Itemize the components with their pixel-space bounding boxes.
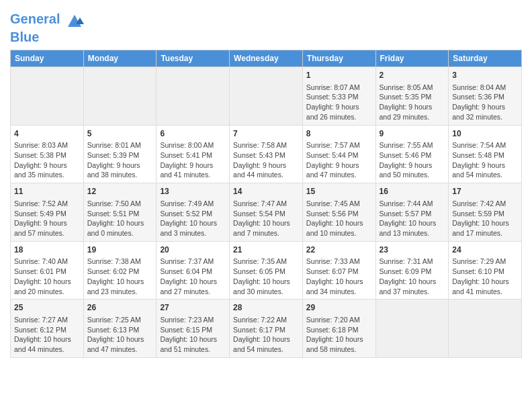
day-number: 26: [87, 302, 153, 314]
calendar-cell: 12Sunrise: 7:50 AM Sunset: 5:51 PM Dayli…: [83, 183, 157, 242]
day-info: Sunrise: 7:49 AM Sunset: 5:52 PM Dayligh…: [160, 199, 226, 238]
day-info: Sunrise: 7:54 AM Sunset: 5:48 PM Dayligh…: [452, 140, 518, 180]
day-info: Sunrise: 7:37 AM Sunset: 6:04 PM Dayligh…: [160, 257, 226, 296]
calendar-week-4: 18Sunrise: 7:40 AM Sunset: 6:01 PM Dayli…: [11, 241, 522, 300]
calendar-cell: [230, 67, 303, 126]
day-header-friday: Friday: [375, 50, 449, 67]
day-info: Sunrise: 8:01 AM Sunset: 5:39 PM Dayligh…: [87, 140, 153, 180]
calendar-cell: 21Sunrise: 7:35 AM Sunset: 6:05 PM Dayli…: [230, 241, 303, 300]
calendar-cell: 24Sunrise: 7:29 AM Sunset: 6:10 PM Dayli…: [449, 241, 522, 300]
calendar-week-2: 4Sunrise: 8:03 AM Sunset: 5:38 PM Daylig…: [11, 125, 522, 183]
calendar-cell: 1Sunrise: 8:07 AM Sunset: 5:33 PM Daylig…: [302, 67, 375, 126]
day-number: 14: [233, 186, 299, 197]
day-info: Sunrise: 7:38 AM Sunset: 6:02 PM Dayligh…: [87, 257, 153, 296]
day-number: 24: [452, 244, 518, 256]
day-info: Sunrise: 7:33 AM Sunset: 6:07 PM Dayligh…: [306, 257, 372, 296]
day-number: 18: [14, 244, 80, 256]
day-info: Sunrise: 7:25 AM Sunset: 6:13 PM Dayligh…: [87, 315, 153, 355]
calendar-cell: 2Sunrise: 8:05 AM Sunset: 5:35 PM Daylig…: [375, 67, 449, 126]
calendar-cell: 18Sunrise: 7:40 AM Sunset: 6:01 PM Dayli…: [11, 241, 84, 300]
calendar-cell: 22Sunrise: 7:33 AM Sunset: 6:07 PM Dayli…: [302, 241, 375, 300]
calendar-cell: 9Sunrise: 7:55 AM Sunset: 5:46 PM Daylig…: [375, 125, 449, 183]
calendar-cell: 28Sunrise: 7:22 AM Sunset: 6:17 PM Dayli…: [230, 300, 303, 358]
day-number: 16: [380, 186, 445, 197]
calendar-cell: 15Sunrise: 7:45 AM Sunset: 5:56 PM Dayli…: [302, 183, 375, 242]
day-info: Sunrise: 7:58 AM Sunset: 5:43 PM Dayligh…: [233, 140, 299, 180]
day-number: 11: [14, 186, 80, 197]
day-number: 21: [233, 244, 299, 256]
day-number: 7: [233, 128, 299, 140]
day-header-saturday: Saturday: [449, 50, 522, 67]
day-number: 10: [452, 128, 518, 140]
day-info: Sunrise: 7:57 AM Sunset: 5:44 PM Dayligh…: [306, 140, 372, 180]
day-info: Sunrise: 7:47 AM Sunset: 5:54 PM Dayligh…: [233, 199, 299, 238]
calendar-cell: 11Sunrise: 7:52 AM Sunset: 5:49 PM Dayli…: [11, 183, 84, 242]
logo-general: General: [10, 11, 60, 26]
day-info: Sunrise: 7:52 AM Sunset: 5:49 PM Dayligh…: [14, 199, 80, 238]
day-number: 5: [87, 128, 153, 140]
calendar-week-1: 1Sunrise: 8:07 AM Sunset: 5:33 PM Daylig…: [11, 67, 522, 126]
day-number: 1: [306, 70, 372, 81]
day-info: Sunrise: 7:22 AM Sunset: 6:17 PM Dayligh…: [233, 315, 299, 355]
calendar-cell: [375, 300, 449, 358]
calendar-header: SundayMondayTuesdayWednesdayThursdayFrid…: [11, 50, 522, 67]
calendar-table: SundayMondayTuesdayWednesdayThursdayFrid…: [10, 50, 522, 358]
logo-blue-text: Blue: [10, 30, 84, 44]
calendar-cell: 16Sunrise: 7:44 AM Sunset: 5:57 PM Dayli…: [375, 183, 449, 242]
calendar-cell: 6Sunrise: 8:00 AM Sunset: 5:41 PM Daylig…: [157, 125, 230, 183]
day-number: 4: [14, 128, 80, 140]
calendar-cell: 13Sunrise: 7:49 AM Sunset: 5:52 PM Dayli…: [157, 183, 230, 242]
day-info: Sunrise: 8:03 AM Sunset: 5:38 PM Dayligh…: [14, 140, 80, 180]
calendar-cell: 27Sunrise: 7:23 AM Sunset: 6:15 PM Dayli…: [157, 300, 230, 358]
day-info: Sunrise: 7:31 AM Sunset: 6:09 PM Dayligh…: [380, 257, 445, 296]
day-number: 12: [87, 186, 153, 197]
calendar-cell: [11, 67, 84, 126]
day-number: 22: [306, 244, 372, 256]
calendar-cell: 23Sunrise: 7:31 AM Sunset: 6:09 PM Dayli…: [375, 241, 449, 300]
day-info: Sunrise: 7:42 AM Sunset: 5:59 PM Dayligh…: [452, 199, 518, 238]
calendar-cell: 29Sunrise: 7:20 AM Sunset: 6:18 PM Dayli…: [302, 300, 375, 358]
day-number: 28: [233, 302, 299, 314]
calendar-week-3: 11Sunrise: 7:52 AM Sunset: 5:49 PM Dayli…: [11, 183, 522, 242]
calendar-cell: 17Sunrise: 7:42 AM Sunset: 5:59 PM Dayli…: [449, 183, 522, 242]
day-info: Sunrise: 7:45 AM Sunset: 5:56 PM Dayligh…: [306, 199, 372, 238]
day-number: 29: [306, 302, 372, 314]
calendar-cell: 4Sunrise: 8:03 AM Sunset: 5:38 PM Daylig…: [11, 125, 84, 183]
day-number: 27: [160, 302, 226, 314]
calendar-cell: 7Sunrise: 7:58 AM Sunset: 5:43 PM Daylig…: [230, 125, 303, 183]
day-header-tuesday: Tuesday: [157, 50, 230, 67]
day-number: 6: [160, 128, 226, 140]
day-number: 13: [160, 186, 226, 197]
calendar-cell: 5Sunrise: 8:01 AM Sunset: 5:39 PM Daylig…: [83, 125, 157, 183]
day-header-sunday: Sunday: [11, 50, 84, 67]
calendar-cell: 14Sunrise: 7:47 AM Sunset: 5:54 PM Dayli…: [230, 183, 303, 242]
day-info: Sunrise: 8:04 AM Sunset: 5:36 PM Dayligh…: [452, 83, 518, 122]
calendar-cell: [157, 67, 230, 126]
calendar-cell: [83, 67, 157, 126]
header-row: SundayMondayTuesdayWednesdayThursdayFrid…: [11, 50, 522, 67]
calendar-cell: [449, 300, 522, 358]
day-info: Sunrise: 7:23 AM Sunset: 6:15 PM Dayligh…: [160, 315, 226, 355]
day-number: 8: [306, 128, 372, 140]
page-header: General Blue: [10, 7, 522, 44]
calendar-cell: 20Sunrise: 7:37 AM Sunset: 6:04 PM Dayli…: [157, 241, 230, 300]
day-number: 9: [380, 128, 445, 140]
day-number: 25: [14, 302, 80, 314]
day-info: Sunrise: 7:40 AM Sunset: 6:01 PM Dayligh…: [14, 257, 80, 296]
day-number: 19: [87, 244, 153, 256]
day-header-thursday: Thursday: [302, 50, 375, 67]
day-number: 2: [380, 70, 445, 81]
day-number: 15: [306, 186, 372, 197]
day-info: Sunrise: 8:05 AM Sunset: 5:35 PM Dayligh…: [380, 83, 445, 122]
logo-icon: [65, 11, 84, 30]
calendar-cell: 19Sunrise: 7:38 AM Sunset: 6:02 PM Dayli…: [83, 241, 157, 300]
calendar-cell: 3Sunrise: 8:04 AM Sunset: 5:36 PM Daylig…: [449, 67, 522, 126]
day-header-monday: Monday: [83, 50, 157, 67]
day-info: Sunrise: 7:20 AM Sunset: 6:18 PM Dayligh…: [306, 315, 372, 355]
calendar-week-5: 25Sunrise: 7:27 AM Sunset: 6:12 PM Dayli…: [11, 300, 522, 358]
day-number: 20: [160, 244, 226, 256]
calendar-cell: 25Sunrise: 7:27 AM Sunset: 6:12 PM Dayli…: [11, 300, 84, 358]
calendar-cell: 10Sunrise: 7:54 AM Sunset: 5:48 PM Dayli…: [449, 125, 522, 183]
day-info: Sunrise: 8:00 AM Sunset: 5:41 PM Dayligh…: [160, 140, 226, 180]
day-info: Sunrise: 7:27 AM Sunset: 6:12 PM Dayligh…: [14, 315, 80, 355]
